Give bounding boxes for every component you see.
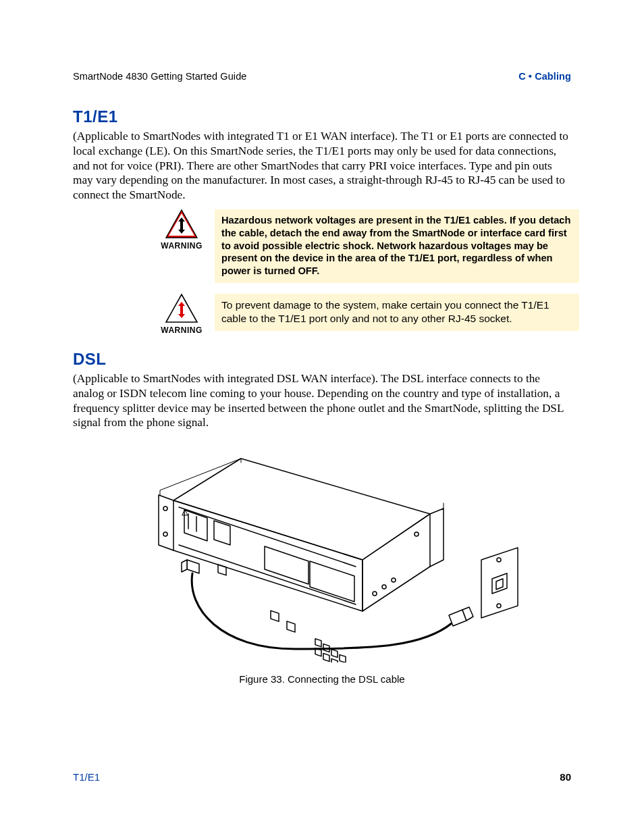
figure-caption: Figure 33. Connecting the DSL cable: [106, 673, 538, 685]
page-footer: T1/E1 80: [73, 771, 571, 783]
svg-rect-5: [271, 610, 279, 621]
svg-rect-13: [331, 659, 338, 662]
figure-33: Figure 33. Connecting the DSL cable: [106, 446, 538, 685]
warning-text-1: Hazardous network voltages are present i…: [215, 209, 579, 283]
warning-block-1: WARNING Hazardous network voltages are p…: [161, 209, 579, 283]
svg-point-3: [414, 532, 419, 536]
section-body-dsl: (Applicable to SmartNodes with integrate…: [73, 371, 571, 430]
svg-point-0: [373, 592, 377, 596]
page: SmartNode 4830 Getting Started Guide C •…: [0, 0, 644, 834]
svg-point-17: [497, 558, 501, 562]
svg-rect-10: [340, 655, 346, 663]
svg-rect-4: [218, 565, 226, 575]
warning-triangle-icon: [165, 294, 198, 323]
warning-icon-col-1: WARNING: [161, 209, 203, 251]
svg-rect-7: [315, 639, 321, 647]
warning-label-1: WARNING: [161, 241, 203, 251]
warning-triangle-icon: [165, 209, 198, 239]
warning-block-2: WARNING To prevent damage to the system,…: [161, 294, 579, 335]
svg-rect-6: [287, 621, 295, 632]
svg-point-16: [163, 532, 167, 536]
warning-icon-col-2: WARNING: [161, 294, 203, 335]
svg-rect-9: [331, 650, 338, 658]
svg-point-1: [382, 585, 386, 589]
section-body-t1e1: (Applicable to SmartNodes with integrate…: [73, 129, 571, 203]
svg-rect-12: [323, 654, 329, 662]
warning-text-2: To prevent damage to the system, make ce…: [215, 294, 579, 331]
svg-point-18: [497, 604, 501, 608]
footer-right: 80: [560, 771, 571, 783]
section-heading-dsl: DSL: [73, 350, 571, 369]
dsl-connection-diagram: [106, 446, 538, 662]
footer-left: T1/E1: [73, 771, 100, 783]
svg-point-15: [163, 506, 167, 511]
header-left: SmartNode 4830 Getting Started Guide: [73, 71, 247, 82]
svg-point-2: [392, 578, 396, 582]
header-right: C • Cabling: [518, 71, 571, 82]
section-heading-t1e1: T1/E1: [73, 107, 571, 126]
page-header: SmartNode 4830 Getting Started Guide C •…: [73, 71, 571, 82]
warning-label-2: WARNING: [161, 325, 203, 335]
